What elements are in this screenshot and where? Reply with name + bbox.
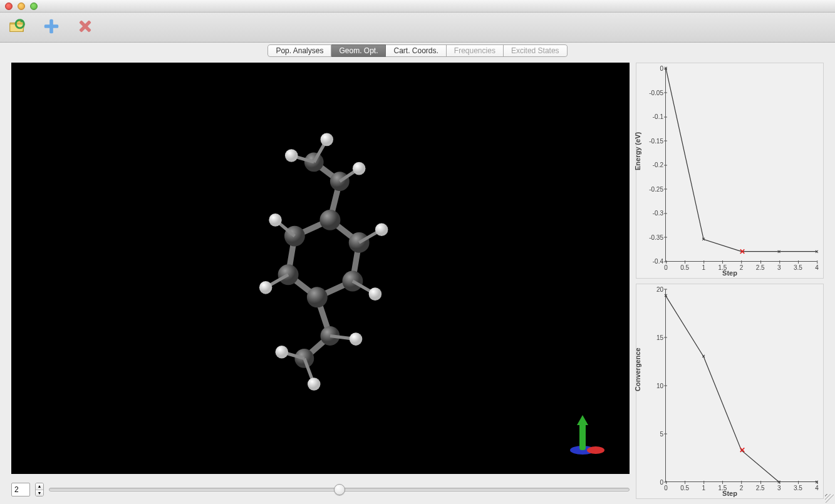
tab-bar: Pop. Analyses Geom. Opt. Cart. Coords. F… — [0, 43, 835, 58]
tab-excited-states: Excited States — [504, 44, 568, 57]
molecule-viewer[interactable] — [11, 63, 630, 474]
segmented-control: Pop. Analyses Geom. Opt. Cart. Coords. F… — [267, 44, 567, 57]
step-slider[interactable] — [49, 488, 630, 491]
resize-grip[interactable] — [825, 494, 834, 503]
svg-point-34 — [269, 213, 282, 227]
svg-rect-45 — [579, 423, 586, 450]
svg-point-15 — [319, 210, 340, 230]
viewer-column: ▲ ▼ — [11, 63, 630, 499]
window-titlebar — [0, 0, 835, 13]
svg-point-36 — [369, 287, 382, 301]
svg-point-41 — [350, 332, 363, 346]
step-spinner[interactable]: ▲ ▼ — [35, 483, 44, 496]
minimize-window-button[interactable] — [18, 3, 25, 10]
tab-pop-analyses[interactable]: Pop. Analyses — [267, 44, 331, 57]
zoom-window-button[interactable] — [30, 3, 38, 10]
step-up-button[interactable]: ▲ — [36, 483, 43, 490]
slider-knob[interactable] — [334, 484, 345, 495]
svg-point-47 — [587, 446, 604, 454]
svg-point-43 — [308, 378, 321, 391]
step-number-input[interactable] — [11, 483, 30, 496]
toolbar — [0, 13, 835, 43]
tab-cart-coords[interactable]: Cart. Coords. — [386, 44, 446, 57]
x-icon — [76, 17, 95, 38]
svg-point-38 — [353, 162, 366, 175]
svg-marker-46 — [577, 415, 588, 425]
step-down-button[interactable]: ▼ — [36, 490, 43, 496]
open-folder-icon — [8, 17, 27, 38]
tab-geom-opt[interactable]: Geom. Opt. — [331, 44, 386, 57]
convergence-chart-panel: Convergence Step 0510152000.511.522.533.… — [636, 284, 824, 500]
convergence-chart[interactable]: 0510152000.511.522.533.54××✕×× — [665, 289, 817, 483]
svg-point-40 — [285, 149, 298, 162]
svg-point-18 — [307, 287, 328, 307]
molecule-render — [11, 63, 630, 474]
plus-icon — [42, 17, 61, 38]
open-folder-button[interactable] — [6, 17, 29, 38]
main-panel: ▲ ▼ Energy (eV) Step 0-0.05-0.1-0.15-0.2… — [0, 58, 835, 504]
add-button[interactable] — [40, 17, 63, 38]
svg-point-37 — [259, 281, 272, 294]
tab-frequencies: Frequencies — [447, 44, 504, 57]
charts-column: Energy (eV) Step 0-0.05-0.1-0.15-0.2-0.2… — [636, 63, 824, 499]
energy-chart-panel: Energy (eV) Step 0-0.05-0.1-0.15-0.2-0.2… — [636, 63, 824, 279]
svg-point-39 — [321, 133, 334, 147]
axes-gizmo — [561, 411, 611, 461]
remove-button[interactable] — [74, 17, 96, 38]
svg-rect-1 — [44, 24, 59, 28]
close-window-button[interactable] — [5, 3, 13, 10]
svg-point-42 — [276, 346, 289, 359]
step-slider-row: ▲ ▼ — [11, 480, 630, 499]
energy-chart[interactable]: 0-0.05-0.1-0.15-0.2-0.25-0.3-0.35-0.400.… — [665, 68, 817, 262]
svg-point-35 — [375, 224, 388, 237]
